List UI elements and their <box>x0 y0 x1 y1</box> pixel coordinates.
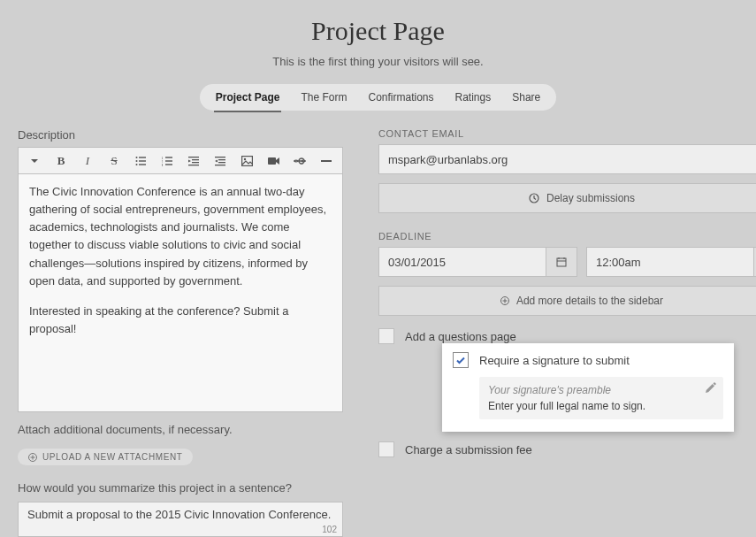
svg-rect-16 <box>215 157 225 157</box>
calendar-icon[interactable] <box>546 247 577 277</box>
contact-email-input[interactable] <box>378 144 756 174</box>
description-editor[interactable]: The Civic Innovation Conference is an an… <box>18 173 343 412</box>
upload-attachment-label: UPLOAD A NEW ATTACHMENT <box>42 452 182 462</box>
svg-rect-19 <box>215 165 225 165</box>
description-label: Description <box>18 128 343 142</box>
signature-checkbox[interactable] <box>453 352 469 368</box>
svg-rect-1 <box>139 157 146 157</box>
editor-toolbar: B I S 123 <box>18 147 343 173</box>
svg-point-4 <box>136 164 138 165</box>
link-icon[interactable] <box>293 154 307 168</box>
fee-label: Charge a submission fee <box>405 443 532 456</box>
svg-point-0 <box>136 157 138 158</box>
indent-icon[interactable] <box>213 154 227 168</box>
signature-settings-panel: Your signature's preamble Enter your ful… <box>479 377 723 419</box>
deadline-time-input[interactable] <box>586 247 753 277</box>
svg-rect-15 <box>188 165 199 165</box>
option-submission-fee[interactable]: Charge a submission fee <box>378 441 756 457</box>
bold-icon[interactable]: B <box>54 154 68 168</box>
summary-value: Submit a proposal to the 2015 Civic Inno… <box>27 508 331 521</box>
signature-preamble-input[interactable]: Your signature's preamble <box>488 384 693 396</box>
clock-icon <box>529 193 539 203</box>
svg-rect-23 <box>321 160 332 162</box>
description-para-1: The Civic Innovation Conference is an an… <box>29 183 332 290</box>
check-icon <box>455 355 466 365</box>
svg-rect-17 <box>218 159 225 160</box>
svg-rect-12 <box>188 157 199 157</box>
tab-the-form[interactable]: The Form <box>290 84 357 111</box>
italic-icon[interactable]: I <box>80 154 95 168</box>
deadline-date-input[interactable] <box>378 247 546 277</box>
plus-icon <box>28 453 37 462</box>
format-dropdown-icon[interactable] <box>27 154 42 168</box>
video-icon[interactable] <box>266 154 280 168</box>
tabs: Project Page The Form Confirmations Rati… <box>0 84 756 111</box>
svg-point-21 <box>243 157 245 159</box>
svg-rect-3 <box>139 160 146 161</box>
svg-point-2 <box>136 160 138 162</box>
option-require-signature[interactable]: Require a signature to submit <box>453 352 723 368</box>
summary-char-remaining: 102 <box>322 525 337 534</box>
signature-label: Require a signature to submit <box>479 354 630 367</box>
signature-instruction: Enter your full legal name to sign. <box>488 400 693 412</box>
svg-rect-13 <box>192 159 199 160</box>
page-title: Project Page <box>0 0 756 46</box>
svg-rect-8 <box>165 164 172 165</box>
svg-rect-18 <box>218 162 225 163</box>
questions-checkbox[interactable] <box>378 328 394 344</box>
description-para-2: Interested in speaking at the conference… <box>29 303 332 338</box>
contact-email-label: CONTACT EMAIL <box>378 128 756 139</box>
tab-share[interactable]: Share <box>501 84 551 111</box>
svg-rect-5 <box>139 164 146 165</box>
attach-label: Attach additional documents, if necessar… <box>18 423 343 436</box>
fee-checkbox[interactable] <box>378 441 394 457</box>
ul-icon[interactable] <box>134 154 148 168</box>
hr-icon[interactable] <box>319 154 333 168</box>
svg-rect-26 <box>557 258 566 266</box>
page-subtitle: This is the first thing your visitors wi… <box>0 55 756 68</box>
delay-submissions-label: Delay submissions <box>546 192 635 204</box>
upload-attachment-button[interactable]: UPLOAD A NEW ATTACHMENT <box>18 449 193 465</box>
questions-label: Add a questions page <box>405 330 516 343</box>
svg-rect-6 <box>165 157 172 157</box>
svg-rect-20 <box>241 156 252 165</box>
svg-rect-7 <box>165 160 172 161</box>
summary-input[interactable]: Submit a proposal to the 2015 Civic Inno… <box>18 502 343 537</box>
image-icon[interactable] <box>240 154 254 168</box>
signature-option-card: Require a signature to submit Your signa… <box>442 343 734 432</box>
plus-icon <box>500 296 509 305</box>
delay-submissions-button[interactable]: Delay submissions <box>378 183 756 213</box>
tab-ratings[interactable]: Ratings <box>445 84 502 111</box>
tab-confirmations[interactable]: Confirmations <box>357 84 444 111</box>
svg-rect-22 <box>268 157 276 165</box>
option-questions-page[interactable]: Add a questions page <box>378 328 756 344</box>
deadline-label: DEADLINE <box>378 231 431 242</box>
edit-signature-icon[interactable] <box>705 382 716 396</box>
svg-rect-14 <box>192 162 199 163</box>
summary-label: How would you summarize this project in … <box>18 481 343 495</box>
add-sidebar-details-label: Add more details to the sidebar <box>516 295 663 307</box>
ol-icon[interactable]: 123 <box>160 154 174 168</box>
add-sidebar-details-button[interactable]: Add more details to the sidebar <box>378 286 756 316</box>
outdent-icon[interactable] <box>187 154 201 168</box>
svg-text:3: 3 <box>162 162 164 166</box>
strikethrough-icon[interactable]: S <box>107 154 121 168</box>
tab-project-page[interactable]: Project Page <box>205 84 291 111</box>
